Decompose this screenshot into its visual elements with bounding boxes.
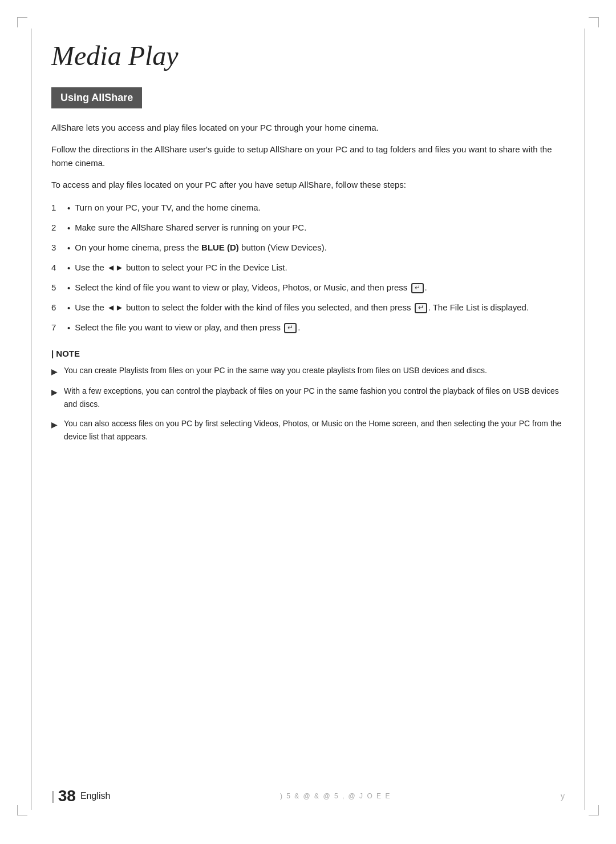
step-4: 4 • Use the ◄► button to select your PC … xyxy=(51,261,565,275)
intro-para1: AllShare lets you access and play files … xyxy=(51,121,565,135)
section-header: Using AllShare xyxy=(51,87,142,108)
step-bullet-1: • xyxy=(67,201,70,215)
note-header: | NOTE xyxy=(51,349,565,358)
page-number-block: | 38 English xyxy=(51,787,110,805)
enter-icon-7 xyxy=(284,323,297,333)
step-1: 1 • Turn on your PC, your TV, and the ho… xyxy=(51,201,565,215)
note-list: ▶ You can create Playlists from files on… xyxy=(51,364,565,443)
note-text-2: With a few exceptions, you can control t… xyxy=(64,385,565,410)
footer-language: English xyxy=(80,791,110,801)
enter-icon-6a xyxy=(415,303,427,313)
note-section: | NOTE ▶ You can create Playlists from f… xyxy=(51,349,565,443)
note-arrow-3: ▶ xyxy=(51,418,59,431)
note-arrow-1: ▶ xyxy=(51,365,59,378)
step-num-5: 5 xyxy=(51,281,65,294)
step-content-1: Turn on your PC, your TV, and the home c… xyxy=(75,201,565,215)
step-bullet-5: • xyxy=(67,281,70,295)
step-num-6: 6 xyxy=(51,301,65,314)
side-line-left xyxy=(31,29,32,810)
step-3: 3 • On your home cinema, press the BLUE … xyxy=(51,241,565,255)
footer-pipe: | xyxy=(51,789,55,803)
footer-page-num: 38 xyxy=(58,787,76,805)
step-bullet-6: • xyxy=(67,301,70,315)
footer-right-char: y xyxy=(561,791,565,801)
footer-code: ) 5 & @ & @ 5 , @ J O E E xyxy=(280,792,391,800)
step-content-3: On your home cinema, press the BLUE (D) … xyxy=(75,241,565,255)
step-bullet-4: • xyxy=(67,261,70,275)
step-bullet-3: • xyxy=(67,241,70,255)
step-content-6: Use the ◄► button to select the folder w… xyxy=(75,301,565,314)
step-content-7: Select the file you want to view or play… xyxy=(75,321,565,334)
step-bullet-2: • xyxy=(67,221,70,235)
step-5: 5 • Select the kind of file you want to … xyxy=(51,281,565,295)
step-num-4: 4 xyxy=(51,261,65,274)
step-2: 2 • Make sure the AllShare Shared server… xyxy=(51,221,565,235)
step-bullet-7: • xyxy=(67,321,70,335)
step-num-7: 7 xyxy=(51,321,65,334)
note-item-3: ▶ You can also access files on you PC by… xyxy=(51,417,565,443)
page-footer: | 38 English ) 5 & @ & @ 5 , @ J O E E y xyxy=(51,787,565,805)
corner-mark-bl xyxy=(17,805,27,815)
note-item-2: ▶ With a few exceptions, you can control… xyxy=(51,385,565,410)
step-7: 7 • Select the file you want to view or … xyxy=(51,321,565,335)
step-content-5: Select the kind of file you want to view… xyxy=(75,281,565,294)
steps-list: 1 • Turn on your PC, your TV, and the ho… xyxy=(51,201,565,335)
page-title: Media Play xyxy=(51,40,565,71)
note-text-1: You can create Playlists from files on y… xyxy=(64,364,487,377)
intro-para3: To access and play files located on your… xyxy=(51,178,565,192)
step-6: 6 • Use the ◄► button to select the fold… xyxy=(51,301,565,315)
note-arrow-2: ▶ xyxy=(51,386,59,398)
note-item-1: ▶ You can create Playlists from files on… xyxy=(51,364,565,378)
step-num-3: 3 xyxy=(51,241,65,255)
step-content-4: Use the ◄► button to select your PC in t… xyxy=(75,261,565,274)
enter-icon-5 xyxy=(411,283,424,293)
step-content-2: Make sure the AllShare Shared server is … xyxy=(75,221,565,235)
step-num-2: 2 xyxy=(51,221,65,235)
corner-mark-br xyxy=(589,805,599,815)
blue-button-label: BLUE (D) xyxy=(201,243,239,252)
step-num-1: 1 xyxy=(51,201,65,215)
corner-mark-tr xyxy=(589,17,599,27)
page: Media Play Using AllShare AllShare lets … xyxy=(0,0,616,844)
intro-para2: Follow the directions in the AllShare us… xyxy=(51,143,565,170)
side-line-right xyxy=(584,29,585,810)
note-text-3: You can also access files on you PC by f… xyxy=(64,417,565,443)
corner-mark-tl xyxy=(17,17,27,27)
